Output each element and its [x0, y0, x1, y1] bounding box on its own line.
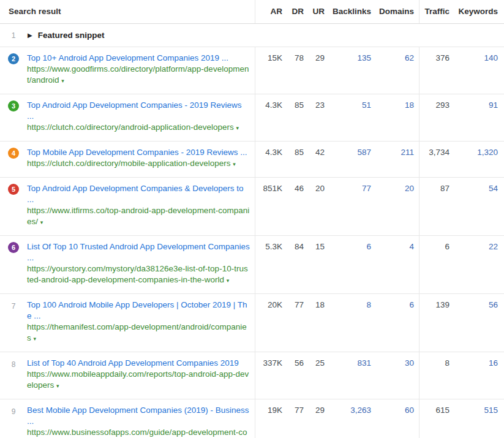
traffic-value: 8 — [419, 352, 449, 399]
position-badge-slot: 7 — [0, 300, 27, 344]
domains-value[interactable]: 62 — [371, 47, 419, 94]
position-badge: 8 — [12, 358, 16, 370]
column-header-ar[interactable]: AR — [255, 0, 282, 23]
ar-value: 851K — [255, 178, 282, 235]
traffic-value: 615 — [419, 399, 449, 438]
column-header-backlinks[interactable]: Backlinks — [325, 0, 371, 23]
backlinks-value[interactable]: 587 — [325, 142, 371, 177]
result-cell: 4 Top Mobile App Development Companies -… — [0, 142, 255, 177]
result-url: https://www.itfirms.co/top-android-app-d… — [27, 205, 250, 228]
position-number-slot: 1 — [0, 29, 27, 41]
url-dropdown-caret-icon[interactable]: ▾ — [227, 278, 230, 284]
domains-value[interactable]: 60 — [371, 399, 419, 438]
keywords-value[interactable]: 16 — [449, 352, 504, 399]
ur-value: 25 — [304, 352, 325, 399]
result-title-link[interactable]: Top Mobile App Development Companies - 2… — [27, 147, 250, 158]
position-badge: 2 — [8, 53, 19, 64]
position-badge-slot: 6 — [0, 241, 27, 286]
dr-value: 85 — [282, 94, 304, 141]
result-title-link[interactable]: Top Android App Development Companies & … — [27, 183, 250, 205]
result-title-link[interactable]: Best Mobile App Development Companies (2… — [27, 405, 250, 427]
keywords-value[interactable]: 22 — [449, 236, 504, 293]
keywords-value[interactable]: 54 — [449, 178, 504, 235]
traffic-value: 139 — [419, 294, 449, 352]
ur-value: 23 — [304, 94, 325, 141]
result-title-link[interactable]: Top 100 Android Mobile App Developers | … — [27, 300, 250, 322]
column-header-dr[interactable]: DR — [282, 0, 304, 23]
keywords-value[interactable]: 1,320 — [449, 142, 504, 177]
serp-overview-table: Search result AR DR UR Backlinks Domains… — [0, 0, 504, 438]
result-url-text: https://www.mobileappdaily.com/reports/t… — [27, 369, 249, 390]
result-cell: 2 Top 10+ Android App Development Compan… — [0, 47, 255, 94]
search-result-row: 9 Best Mobile App Development Companies … — [0, 399, 504, 438]
ar-value: 15K — [255, 47, 282, 94]
position-badge: 5 — [8, 184, 19, 195]
result-content: Top Mobile App Development Companies - 2… — [27, 147, 250, 170]
url-dropdown-caret-icon[interactable]: ▾ — [34, 336, 37, 342]
result-content: List of Top 40 Android App Development C… — [27, 358, 250, 391]
url-dropdown-caret-icon[interactable]: ▾ — [236, 125, 239, 131]
result-cell: 5 Top Android App Development Companies … — [0, 178, 255, 235]
column-header-ur[interactable]: UR — [304, 0, 325, 23]
domains-value[interactable]: 30 — [371, 352, 419, 399]
dr-value: 77 — [282, 294, 304, 352]
dr-value: 78 — [282, 47, 304, 94]
column-header-traffic[interactable]: Traffic — [419, 0, 449, 23]
result-content: Top 100 Android Mobile App Developers | … — [27, 300, 250, 344]
url-dropdown-caret-icon[interactable]: ▾ — [233, 161, 236, 167]
traffic-value: 6 — [419, 236, 449, 293]
url-dropdown-caret-icon[interactable]: ▾ — [61, 78, 64, 84]
backlinks-value[interactable]: 6 — [325, 236, 371, 293]
domains-value[interactable]: 4 — [371, 236, 419, 293]
expand-arrow-icon[interactable]: ▶ — [28, 32, 32, 39]
result-url: https://yourstory.com/mystory/da38126e3e… — [27, 263, 250, 286]
keywords-value[interactable]: 515 — [449, 399, 504, 438]
column-header-keywords[interactable]: Keywords — [449, 0, 504, 23]
search-result-row: 6 List Of Top 10 Trusted Android App Dev… — [0, 236, 504, 294]
dr-value: 85 — [282, 142, 304, 177]
result-title-link[interactable]: List Of Top 10 Trusted Android App Devel… — [27, 241, 250, 263]
column-header-domains[interactable]: Domains — [371, 0, 419, 23]
backlinks-value[interactable]: 135 — [325, 47, 371, 94]
keywords-value[interactable]: 56 — [449, 294, 504, 352]
position-badge-slot: 4 — [0, 147, 27, 170]
result-content: Top Android App Development Companies & … — [27, 183, 250, 228]
domains-value[interactable]: 211 — [371, 142, 419, 177]
result-cell: 9 Best Mobile App Development Companies … — [0, 399, 255, 438]
backlinks-value[interactable]: 51 — [325, 94, 371, 141]
result-cell: 6 List Of Top 10 Trusted Android App Dev… — [0, 236, 255, 293]
search-result-row: 3 Top Android App Development Companies … — [0, 94, 504, 142]
result-content: Best Mobile App Development Companies (2… — [27, 405, 250, 438]
position-badge-slot: 3 — [0, 100, 27, 134]
result-url-text: https://www.goodfirms.co/directory/platf… — [27, 64, 249, 85]
backlinks-value[interactable]: 77 — [325, 178, 371, 235]
url-dropdown-caret-icon[interactable]: ▾ — [56, 383, 59, 389]
domains-value[interactable]: 18 — [371, 94, 419, 141]
table-header: Search result AR DR UR Backlinks Domains… — [0, 0, 504, 24]
url-dropdown-caret-icon[interactable]: ▾ — [40, 219, 43, 225]
keywords-value[interactable]: 140 — [449, 47, 504, 94]
result-url: https://clutch.co/directory/mobile-appli… — [27, 158, 250, 170]
result-content: Top Android App Development Companies - … — [27, 100, 250, 134]
position-badge-slot: 8 — [0, 358, 27, 391]
backlinks-value[interactable]: 831 — [325, 352, 371, 399]
traffic-value: 3,734 — [419, 142, 449, 177]
backlinks-value[interactable]: 8 — [325, 294, 371, 352]
keywords-value[interactable]: 91 — [449, 94, 504, 141]
result-cell: 3 Top Android App Development Companies … — [0, 94, 255, 141]
backlinks-value[interactable]: 3,263 — [325, 399, 371, 438]
ar-value: 4.3K — [255, 94, 282, 141]
result-title-link[interactable]: Top Android App Development Companies - … — [27, 100, 250, 122]
result-title-link[interactable]: List of Top 40 Android App Development C… — [27, 358, 250, 369]
position-badge-slot: 5 — [0, 183, 27, 228]
result-url-text: https://clutch.co/directory/android-appl… — [27, 123, 234, 132]
result-url: https://www.businessofapps.com/guide/app… — [27, 427, 250, 438]
domains-value[interactable]: 20 — [371, 178, 419, 235]
result-url: https://www.goodfirms.co/directory/platf… — [27, 64, 250, 86]
domains-value[interactable]: 6 — [371, 294, 419, 352]
result-title-link[interactable]: Top 10+ Android App Development Companie… — [27, 53, 250, 64]
result-url: https://clutch.co/directory/android-appl… — [27, 122, 250, 134]
featured-snippet-row[interactable]: 1 ▶ Featured snippet — [0, 24, 504, 47]
position-badge-slot: 9 — [0, 405, 27, 438]
traffic-value: 293 — [419, 94, 449, 141]
